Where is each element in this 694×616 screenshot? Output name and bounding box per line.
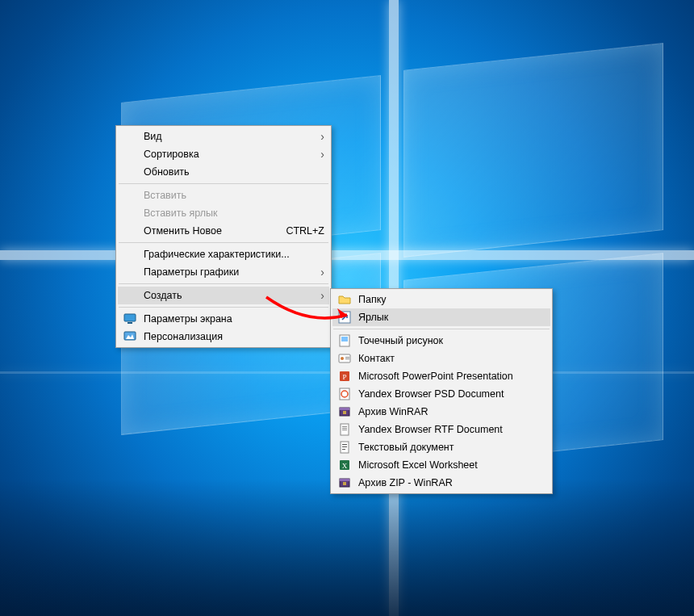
menu-item-display-settings[interactable]: Параметры экрана bbox=[118, 310, 329, 328]
submenu-item-zip[interactable]: Архив ZIP - WinRAR bbox=[332, 474, 550, 492]
shortcut-icon bbox=[336, 311, 353, 324]
menu-item-label: Параметры графики bbox=[144, 266, 301, 278]
svg-rect-15 bbox=[340, 408, 349, 410]
blank-icon bbox=[121, 224, 139, 237]
new-submenu: Папку Ярлык Точечный рисунок Контакт P M bbox=[330, 288, 553, 494]
menu-item-label: Обновить bbox=[144, 166, 324, 178]
svg-rect-5 bbox=[341, 337, 348, 342]
svg-rect-8 bbox=[345, 357, 349, 358]
svg-rect-28 bbox=[340, 479, 349, 481]
menu-item-label: Папку bbox=[358, 294, 546, 305]
menu-item-label: Microsoft Excel Worksheet bbox=[358, 459, 546, 471]
blank-icon bbox=[121, 130, 139, 143]
svg-rect-16 bbox=[343, 411, 346, 414]
personalization-icon bbox=[121, 330, 139, 343]
folder-icon bbox=[336, 293, 353, 306]
submenu-item-rtf[interactable]: Yandex Browser RTF Document bbox=[332, 421, 550, 438]
blank-icon bbox=[121, 189, 139, 202]
svg-rect-23 bbox=[342, 446, 347, 447]
submenu-item-excel[interactable]: X Microsoft Excel Worksheet bbox=[332, 456, 550, 474]
menu-separator bbox=[333, 329, 550, 329]
svg-rect-24 bbox=[342, 449, 345, 450]
menu-item-label: Персонализация bbox=[144, 331, 324, 342]
menu-item-label: Отменить Новое bbox=[144, 225, 266, 237]
menu-item-label: Вставить ярлык bbox=[144, 207, 324, 219]
svg-rect-18 bbox=[342, 426, 347, 427]
menu-item-label: Параметры экрана bbox=[144, 313, 324, 325]
svg-text:X: X bbox=[342, 462, 348, 470]
blank-icon bbox=[121, 148, 139, 161]
svg-rect-19 bbox=[342, 428, 347, 429]
submenu-arrow-icon: › bbox=[320, 289, 324, 302]
menu-item-label: Графические характеристики... bbox=[144, 249, 324, 260]
display-settings-icon bbox=[121, 312, 139, 325]
excel-icon: X bbox=[336, 459, 353, 471]
menu-item-undo[interactable]: Отменить Новое CTRL+Z bbox=[118, 222, 329, 240]
menu-item-label: Сортировка bbox=[144, 149, 301, 160]
menu-item-label: Yandex Browser PSD Document bbox=[358, 388, 546, 400]
menu-item-label: Текстовый документ bbox=[358, 442, 546, 453]
submenu-arrow-icon: › bbox=[320, 130, 324, 143]
submenu-item-contact[interactable]: Контакт bbox=[332, 350, 550, 367]
text-icon bbox=[336, 441, 353, 454]
wallpaper-beam bbox=[0, 250, 694, 260]
menu-item-label: Microsoft PowerPoint Presentation bbox=[358, 371, 546, 382]
menu-item-graphics-props[interactable]: Графические характеристики... bbox=[118, 245, 329, 263]
powerpoint-icon: P bbox=[336, 370, 353, 383]
menu-item-view[interactable]: Вид › bbox=[118, 128, 329, 145]
menu-item-label: Архив WinRAR bbox=[358, 406, 546, 417]
menu-separator bbox=[119, 283, 328, 284]
svg-rect-1 bbox=[128, 322, 132, 324]
menu-item-label: Ярлык bbox=[358, 312, 546, 323]
submenu-item-winrar[interactable]: Архив WinRAR bbox=[332, 403, 550, 421]
menu-item-label: Создать bbox=[144, 290, 301, 301]
rtf-icon bbox=[336, 423, 353, 436]
menu-item-new[interactable]: Создать › bbox=[118, 287, 329, 304]
winrar-icon bbox=[336, 476, 353, 489]
desktop-context-menu: Вид › Сортировка › Обновить Вставить Вст… bbox=[115, 125, 332, 348]
menu-item-sort[interactable]: Сортировка › bbox=[118, 145, 329, 163]
svg-rect-9 bbox=[345, 358, 349, 359]
menu-item-label: Вид bbox=[144, 131, 301, 142]
menu-item-label: Архив ZIP - WinRAR bbox=[358, 477, 546, 488]
svg-rect-0 bbox=[124, 314, 136, 321]
submenu-item-powerpoint[interactable]: P Microsoft PowerPoint Presentation bbox=[332, 367, 550, 385]
menu-item-label: Вставить bbox=[144, 190, 324, 201]
svg-rect-20 bbox=[342, 430, 347, 430]
menu-item-personalize[interactable]: Персонализация bbox=[118, 328, 329, 346]
svg-point-7 bbox=[341, 357, 344, 360]
menu-item-refresh[interactable]: Обновить bbox=[118, 163, 329, 181]
menu-item-label: Точечный рисунок bbox=[358, 335, 546, 346]
submenu-item-shortcut[interactable]: Ярлык bbox=[332, 308, 550, 326]
contact-icon bbox=[336, 352, 353, 365]
svg-rect-29 bbox=[343, 482, 346, 485]
submenu-item-psd[interactable]: Yandex Browser PSD Document bbox=[332, 385, 550, 403]
blank-icon bbox=[121, 266, 139, 279]
menu-separator bbox=[119, 242, 328, 243]
submenu-item-bitmap[interactable]: Точечный рисунок bbox=[332, 332, 550, 350]
menu-item-paste-shortcut: Вставить ярлык bbox=[118, 204, 329, 222]
blank-icon bbox=[121, 248, 139, 261]
submenu-item-text[interactable]: Текстовый документ bbox=[332, 438, 550, 456]
blank-icon bbox=[121, 289, 139, 302]
menu-item-paste: Вставить bbox=[118, 186, 329, 204]
submenu-item-folder[interactable]: Папку bbox=[332, 291, 550, 308]
menu-separator bbox=[119, 183, 328, 184]
svg-rect-22 bbox=[342, 444, 347, 445]
submenu-arrow-icon: › bbox=[320, 266, 324, 279]
menu-item-label: Контакт bbox=[358, 353, 546, 364]
menu-separator bbox=[119, 307, 328, 308]
psd-icon bbox=[336, 388, 353, 400]
blank-icon bbox=[121, 166, 139, 178]
submenu-arrow-icon: › bbox=[320, 148, 324, 161]
menu-item-label: Yandex Browser RTF Document bbox=[358, 424, 546, 435]
desktop[interactable]: Вид › Сортировка › Обновить Вставить Вст… bbox=[0, 0, 694, 616]
bitmap-icon bbox=[336, 334, 353, 347]
wallpaper-shadow bbox=[0, 479, 694, 616]
wallpaper-pane bbox=[403, 43, 663, 258]
menu-item-graphics-params[interactable]: Параметры графики › bbox=[118, 263, 329, 281]
svg-text:P: P bbox=[342, 373, 346, 381]
menu-item-shortcut: CTRL+Z bbox=[286, 225, 324, 237]
blank-icon bbox=[121, 207, 139, 220]
winrar-icon bbox=[336, 405, 353, 418]
